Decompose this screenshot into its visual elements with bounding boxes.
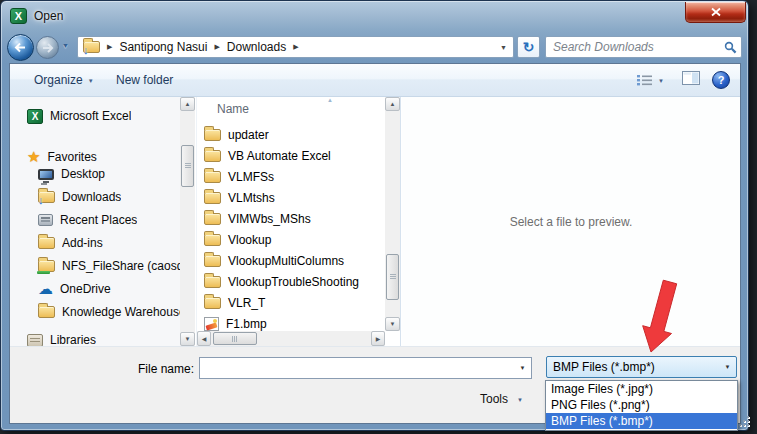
file-row[interactable]: VIMWbs_MShs: [197, 208, 384, 229]
breadcrumb-separator-icon: [107, 43, 112, 51]
sidebar-item-recent-places[interactable]: Recent Places: [10, 210, 180, 230]
file-row[interactable]: VLMFSs: [197, 166, 384, 187]
command-toolbar: Organize New folder: [10, 64, 740, 97]
file-list-horizontal-scrollbar[interactable]: [197, 331, 385, 346]
sidebar-scrollbar[interactable]: [180, 97, 195, 346]
resize-grip[interactable]: [737, 414, 749, 426]
file-row[interactable]: VlookupTroubleShooting: [197, 271, 384, 292]
scroll-right-icon[interactable]: [371, 331, 385, 346]
recent-pages-chevron-icon[interactable]: [62, 42, 69, 49]
breadcrumb[interactable]: Santipong Nasui Downloads: [77, 36, 514, 58]
folder-icon: [204, 150, 221, 162]
file-row[interactable]: VLMtshs: [197, 187, 384, 208]
close-icon: [710, 7, 722, 17]
titlebar: Open: [1, 1, 748, 33]
sidebar-item-microsoft-excel[interactable]: Microsoft Excel: [10, 106, 180, 126]
address-dropdown-icon[interactable]: [500, 44, 507, 51]
sidebar-item-onedrive[interactable]: OneDrive: [10, 279, 180, 299]
file-row[interactable]: Vlookup: [197, 229, 384, 250]
file-type-option-png[interactable]: PNG Files (*.png*): [546, 397, 737, 413]
favorites-star-icon: [27, 151, 40, 163]
scroll-up-icon[interactable]: [180, 97, 195, 111]
tools-label: Tools: [480, 392, 508, 406]
folder-icon: [204, 297, 221, 309]
breadcrumb-item-downloads[interactable]: Downloads: [227, 40, 286, 54]
desktop-icon: [38, 169, 54, 180]
file-type-dropdown-icon[interactable]: [719, 364, 736, 370]
folder-icon: [38, 237, 55, 249]
help-button[interactable]: [712, 71, 730, 89]
forward-button[interactable]: [36, 36, 59, 59]
file-type-dropdown-list: Image Files (*.jpg*) PNG Files (*.png*) …: [545, 380, 738, 431]
forward-arrow-icon: [42, 43, 54, 53]
back-button[interactable]: [7, 34, 34, 61]
scroll-up-icon[interactable]: [385, 97, 400, 111]
sidebar-item-downloads[interactable]: Downloads: [10, 187, 180, 207]
new-folder-button[interactable]: New folder: [110, 64, 179, 96]
chevron-down-icon: [517, 397, 523, 403]
breadcrumb-item-user[interactable]: Santipong Nasui: [119, 40, 207, 54]
views-button[interactable]: [631, 64, 670, 96]
search-input[interactable]: [546, 38, 719, 56]
list-view-icon: [637, 74, 653, 86]
sidebar-item-nfs-fileshare[interactable]: NFS_FileShare (caosdfs: [10, 256, 180, 276]
sidebar-group-libraries[interactable]: Libraries: [10, 330, 180, 346]
scrollbar-thumb[interactable]: [213, 332, 257, 345]
sidebar-item-desktop[interactable]: Desktop: [10, 164, 180, 184]
file-type-selected-value: BMP Files (*.bmp*): [547, 360, 719, 374]
file-list-vertical-scrollbar[interactable]: [385, 97, 400, 331]
breadcrumb-separator-icon: [293, 43, 298, 51]
file-type-option-image[interactable]: Image Files (*.jpg*): [546, 381, 737, 397]
browser-content: Microsoft Excel Favorites Desktop Downlo…: [10, 97, 740, 346]
window-title: Open: [34, 9, 63, 23]
excel-icon: [27, 109, 43, 124]
file-type-option-bmp[interactable]: BMP Files (*.bmp*): [546, 413, 737, 429]
folder-icon: [204, 129, 221, 141]
organize-button[interactable]: Organize: [28, 64, 100, 96]
scrollbar-thumb[interactable]: [181, 145, 194, 187]
file-name-dropdown-icon[interactable]: [514, 358, 531, 378]
file-name-combo[interactable]: [199, 357, 532, 379]
scroll-down-icon[interactable]: [180, 332, 195, 346]
preview-pane: Select a file to preview.: [402, 97, 740, 346]
folder-icon: [38, 306, 55, 318]
search-icon[interactable]: [719, 41, 741, 54]
sort-ascending-icon: [327, 97, 333, 103]
scroll-left-icon[interactable]: [197, 331, 211, 346]
dialog-client-area: Organize New folder: [9, 63, 741, 424]
file-type-combo[interactable]: BMP Files (*.bmp*): [546, 356, 737, 378]
screen: Open Santipong Nasui Downloads: [0, 0, 757, 434]
libraries-icon: [27, 334, 43, 347]
file-row[interactable]: VB Automate Excel: [197, 145, 384, 166]
file-name-label: File name:: [106, 362, 194, 376]
network-share-folder-icon: [38, 260, 55, 272]
sidebar-item-knowledge-warehouse[interactable]: Knowledge Warehouse: [10, 302, 180, 322]
breadcrumb-separator-icon: [214, 43, 219, 51]
downloads-folder-icon: [83, 41, 100, 53]
chevron-down-icon: [658, 78, 664, 84]
open-dialog-window: Open Santipong Nasui Downloads: [0, 0, 749, 431]
refresh-button[interactable]: [517, 36, 540, 58]
file-row[interactable]: updater: [197, 124, 384, 145]
search-box[interactable]: [545, 36, 742, 58]
back-arrow-icon: [14, 42, 27, 53]
preview-pane-button[interactable]: [682, 71, 700, 89]
scrollbar-thumb[interactable]: [386, 254, 399, 300]
preview-message: Select a file to preview.: [510, 215, 633, 229]
tools-button[interactable]: Tools: [480, 389, 523, 409]
organize-label: Organize: [34, 73, 83, 87]
close-button[interactable]: [685, 2, 746, 23]
onedrive-cloud-icon: [38, 283, 53, 295]
folder-icon: [204, 171, 221, 183]
new-folder-label: New folder: [116, 73, 173, 87]
folder-icon: [204, 234, 221, 246]
folder-icon: [204, 276, 221, 288]
scroll-down-icon[interactable]: [385, 317, 400, 331]
file-row[interactable]: VlookupMultiColumns: [197, 250, 384, 271]
column-header-name[interactable]: Name: [197, 97, 400, 119]
recent-places-icon: [38, 214, 53, 226]
chevron-down-icon: [88, 78, 94, 84]
sidebar-item-add-ins[interactable]: Add-ins: [10, 233, 180, 253]
file-name-input[interactable]: [200, 358, 514, 378]
file-row[interactable]: VLR_T: [197, 292, 384, 313]
